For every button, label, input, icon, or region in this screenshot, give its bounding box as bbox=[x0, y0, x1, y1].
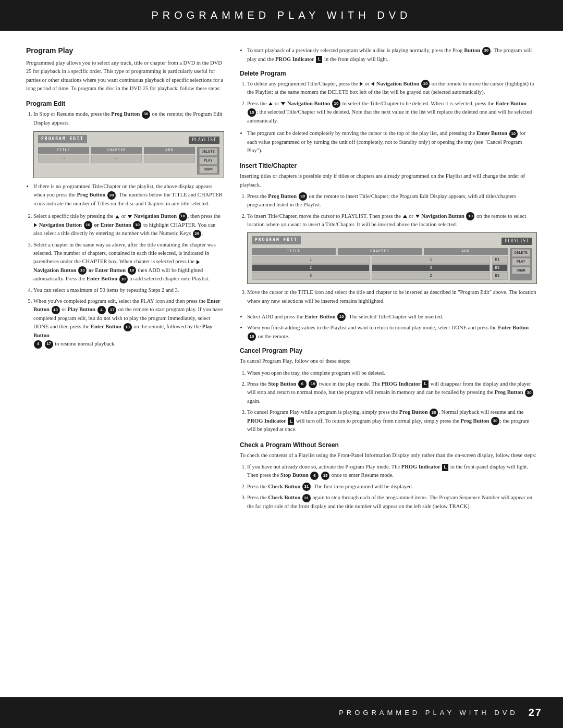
insert-step-1: Press the Prog Button 30 on the remote t… bbox=[247, 192, 537, 209]
program-edit-steps-2: Select a specific title by pressing the … bbox=[26, 212, 224, 349]
select-add-bullets: Select ADD and press the Enter Button 10… bbox=[240, 313, 537, 341]
insert-title-section: Insert Title/Chapter Inserting titles or… bbox=[240, 162, 537, 305]
prog-indicator-l4: L bbox=[442, 464, 448, 471]
stop-badge-6b: 6 bbox=[310, 472, 319, 480]
cancel-program-title: Cancel Program Play bbox=[240, 347, 537, 354]
left-column: Program Play Programmed play allows you … bbox=[26, 46, 224, 687]
prog-badge-return: 30 bbox=[491, 417, 499, 425]
delete-bullet: The program can be deleted completely by… bbox=[247, 129, 537, 155]
step-3: Select a chapter in the same way as abov… bbox=[33, 241, 224, 283]
insert-steps: Press the Prog Button 30 on the remote t… bbox=[240, 192, 537, 305]
page-header: PROGRAMMED PLAY WITH DVD bbox=[0, 0, 563, 31]
program-edit-section: Program Edit In Stop or Resume mode, pre… bbox=[26, 100, 224, 349]
cancel-step-3: To cancel Program Play while a program i… bbox=[247, 408, 537, 434]
enter-badge-3b: 10 bbox=[119, 275, 128, 283]
cancel-intro: To cancel Program Play, follow one of th… bbox=[240, 357, 537, 365]
program-edit-screenshot-2: PROGRAM EDIT PLAYLIST TITLE CHAPTER ADD bbox=[247, 232, 537, 285]
play-badge-17: 17 bbox=[108, 306, 116, 314]
nav-badge-del1: 10 bbox=[421, 80, 430, 88]
enter-badge-5b: 10 bbox=[124, 323, 132, 331]
insert-step-3: Move the cursor to the TITLE icon and se… bbox=[247, 288, 537, 305]
program-play-section: Program Play Programmed play allows you … bbox=[26, 46, 224, 93]
program-play-title: Program Play bbox=[26, 46, 224, 55]
bullet-start-playback: To start playback of a previously select… bbox=[247, 46, 537, 64]
insert-title-title: Insert Title/Chapter bbox=[240, 162, 537, 169]
delete-program-title: Delete Program bbox=[240, 70, 537, 77]
check-program-section: Check a Program Without Screen To check … bbox=[240, 441, 537, 511]
nav-badge-ins: 10 bbox=[466, 212, 474, 220]
prog-badge-bullet: 30 bbox=[107, 191, 116, 200]
prog-indicator-l3: L bbox=[288, 417, 294, 425]
enter-badge-add: 10 bbox=[337, 313, 346, 321]
nav-badge-2a: 10 bbox=[179, 213, 187, 221]
delete-program-section: Delete Program To delete any programmed … bbox=[240, 70, 537, 155]
finish-adding-bullet: When you finish adding values to the Pla… bbox=[247, 324, 537, 341]
enter-badge-del-all: 10 bbox=[509, 130, 518, 138]
nav-badge-2b: 10 bbox=[84, 221, 92, 229]
prog-badge-right: 30 bbox=[482, 47, 491, 55]
play-badge-4b: 4 bbox=[34, 340, 42, 349]
program-play-intro: Programmed play allows you to select any… bbox=[26, 59, 224, 93]
prog-indicator-l: L bbox=[316, 56, 322, 63]
play-badge-17b: 17 bbox=[45, 340, 53, 349]
delete-step-2: Press the or Navigation Button 10 to sel… bbox=[247, 100, 537, 125]
playlist-label-2: PLAYLIST bbox=[501, 238, 532, 245]
stop-badge-6: 6 bbox=[298, 380, 307, 388]
cancel-steps: When you open the tray, the complete pro… bbox=[240, 369, 537, 434]
check-intro: To check the contents of a Playlist usin… bbox=[240, 451, 537, 460]
enter-badge-2: 10 bbox=[133, 221, 141, 229]
insert-intro: Inserting titles or chapters is possible… bbox=[240, 172, 537, 189]
prog-badge-ins: 30 bbox=[299, 192, 307, 201]
footer-page-number: 27 bbox=[529, 707, 542, 719]
page-wrapper: PROGRAMMED PLAY WITH DVD Program Play Pr… bbox=[0, 0, 563, 728]
numeric-badge: 29 bbox=[193, 230, 201, 238]
delete-bullets: The program can be deleted completely by… bbox=[240, 129, 537, 155]
insert-step-2: To insert Title/Chapter, move the cursor… bbox=[247, 212, 537, 285]
select-add-bullet: Select ADD and press the Enter Button 10… bbox=[247, 313, 537, 322]
right-column: To start playback of a previously select… bbox=[240, 46, 537, 687]
play-badge-4: 4 bbox=[97, 306, 106, 314]
step-5: When you've completed program edit, sele… bbox=[33, 297, 224, 349]
cancel-program-section: Cancel Program Play To cancel Program Pl… bbox=[240, 347, 537, 434]
check-step-1: If you have not already done so, activat… bbox=[247, 463, 537, 480]
program-edit-title: Program Edit bbox=[26, 100, 224, 107]
two-column-layout: Program Play Programmed play allows you … bbox=[26, 46, 537, 687]
playlist-label-1: PLAYLIST bbox=[189, 137, 219, 144]
program-edit-bullets: If there is no programmed Title/Chapter … bbox=[26, 182, 224, 208]
delete-step-1: To delete any programmed Title/Chapter, … bbox=[247, 80, 537, 97]
prog-button-badge-30: 30 bbox=[142, 110, 150, 119]
stop-badge-19b: 19 bbox=[321, 472, 329, 480]
enter-badge-del: 10 bbox=[248, 108, 256, 117]
cancel-step-2: Press the Stop Button 6 19 twice in the … bbox=[247, 380, 537, 405]
step-1: In Stop or Resume mode, press the Prog B… bbox=[33, 110, 224, 178]
check-step-2: Press the Check Button 31. The first ite… bbox=[247, 483, 537, 491]
enter-badge-3: 10 bbox=[128, 266, 136, 275]
start-playback-bullets: To start playback of a previously select… bbox=[240, 46, 537, 64]
stop-badge-19: 19 bbox=[309, 380, 317, 388]
step-2: Select a specific title by pressing the … bbox=[33, 212, 224, 238]
program-edit-steps: In Stop or Resume mode, press the Prog B… bbox=[26, 110, 224, 178]
check-program-title: Check a Program Without Screen bbox=[240, 441, 537, 449]
cancel-step-1: When you open the tray, the complete pro… bbox=[247, 369, 537, 377]
screenshot-title-1: PROGRAM EDIT bbox=[38, 135, 87, 143]
main-content: Program Play Programmed play allows you … bbox=[0, 31, 563, 697]
step-4: You can select a maximum of 50 items by … bbox=[33, 286, 224, 294]
nav-badge-del2: 10 bbox=[332, 100, 340, 108]
enter-badge-5a: 10 bbox=[52, 306, 60, 314]
prog-badge-cancel2: 30 bbox=[430, 409, 438, 417]
delete-steps: To delete any programmed Title/Chapter, … bbox=[240, 80, 537, 125]
screenshot-title-2: PROGRAM EDIT bbox=[252, 236, 301, 244]
check-step-3: Press the Check Button 31 again to step … bbox=[247, 493, 537, 511]
check-badge-31b: 31 bbox=[302, 494, 311, 502]
page-footer: PROGRAMMED PLAY WITH DVD 27 bbox=[0, 697, 563, 728]
nav-badge-3a: 10 bbox=[78, 266, 87, 275]
prog-indicator-l2: L bbox=[422, 380, 429, 388]
program-edit-screenshot-1: PROGRAM EDIT PLAYLIST TITLE CHAPTER ADD bbox=[33, 131, 224, 178]
footer-title: PROGRAMMED PLAY WITH DVD bbox=[339, 709, 518, 717]
bullet-no-program: If there is no programmed Title/Chapter … bbox=[33, 182, 224, 208]
check-badge-31: 31 bbox=[302, 483, 311, 491]
check-steps: If you have not already done so, activat… bbox=[240, 463, 537, 511]
prog-badge-cancel: 30 bbox=[525, 389, 533, 397]
enter-badge-done: 10 bbox=[248, 332, 256, 341]
header-title: PROGRAMMED PLAY WITH DVD bbox=[151, 9, 411, 21]
